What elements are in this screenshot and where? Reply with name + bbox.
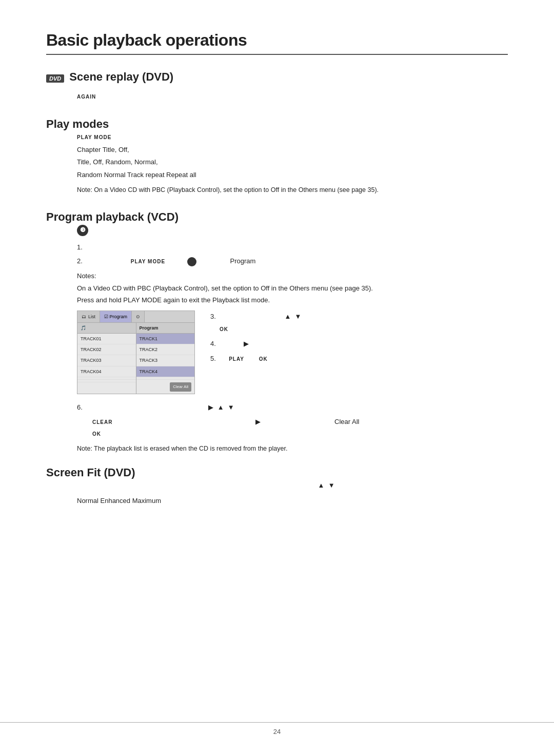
program-playback-title: Program playback (VCD) xyxy=(46,210,508,224)
step-2: 2. PLAY MODE Program xyxy=(77,255,508,267)
ok-key-6: OK xyxy=(92,431,101,437)
step-1: 1. xyxy=(77,241,508,253)
step-5: 5. PLAY OK xyxy=(210,353,508,365)
program-track-row: TRACK1 xyxy=(136,334,195,344)
play-modes-note: Note: On a Video CD with PBC (Playback C… xyxy=(77,185,508,195)
track-row: TRACK01 xyxy=(77,334,136,344)
notes-label: Notes: xyxy=(77,270,508,282)
track-row: TRACK03 xyxy=(77,355,136,366)
right-col: Program TRACK1 TRACK2 TRACK3 TRACK4 Clea… xyxy=(136,323,195,394)
title-divider xyxy=(46,54,508,55)
right-col-header: Program xyxy=(136,323,195,334)
step-3-num: 3. xyxy=(210,313,216,320)
play-modes-line3: Random Normal Track repeat Repeat all xyxy=(77,169,508,182)
step-6-detail: CLEAR ▶ Clear All xyxy=(92,416,508,428)
clear-all-button[interactable]: Clear All xyxy=(170,382,191,392)
step-6-block: 6. ▶ ▲ ▼ CLEAR xyxy=(77,401,508,439)
screen-fit-section: Screen Fit (DVD) ▲ ▼ Normal Enhan xyxy=(46,466,508,507)
again-key: AGAIN xyxy=(77,94,96,100)
dot-icon xyxy=(187,257,196,266)
play-mode-key-2: PLAY MODE xyxy=(131,259,165,264)
track-row: TRACK02 xyxy=(77,344,136,355)
program-track-row: TRACK2 xyxy=(136,344,195,355)
clear-all-text: Clear All xyxy=(334,418,359,425)
play-modes-body: PLAY MODE Chapter Title, Off, Title, Off… xyxy=(77,131,508,195)
program-playback-section: Program playback (VCD) ❸ 1. 2. PLAY MODE… xyxy=(46,210,508,454)
circle-3-icon: ❸ xyxy=(77,225,88,236)
track-row: TRACK04 xyxy=(77,366,136,377)
list-tab: 🗂 List xyxy=(77,311,100,322)
note-2: Press and hold PLAY MODE again to exit t… xyxy=(77,294,508,306)
program-body: ❸ 1. 2. PLAY MODE Program Notes: xyxy=(77,224,508,454)
screen-fit-desc: ▲ ▼ xyxy=(77,479,508,491)
program-tab: ☑ Program xyxy=(100,311,132,322)
play-modes-title: Play modes xyxy=(46,118,508,131)
page-title: Basic playback operations xyxy=(46,31,508,50)
select-program: Program xyxy=(230,257,255,265)
play-key: PLAY xyxy=(229,356,244,362)
page-footer: 24 xyxy=(0,722,554,735)
notes-block: Notes: On a Video CD with PBC (Playback … xyxy=(77,270,508,306)
play-modes-line2: Title, Off, Random, Normal, xyxy=(77,156,508,169)
note-bottom: Note: The playback list is erased when t… xyxy=(77,443,508,454)
track-row xyxy=(77,380,136,382)
step-4-num: 4. xyxy=(210,340,216,347)
dvd-badge: DVD xyxy=(46,74,64,83)
ok-key-3: OK xyxy=(220,326,228,332)
play-modes-section: Play modes PLAY MODE Chapter Title, Off,… xyxy=(46,118,508,195)
program-track-row: TRACK4 xyxy=(136,366,195,377)
screen-fit-body: ▲ ▼ Normal Enhanced Maximum xyxy=(77,479,508,507)
screen-fit-title: Screen Fit (DVD) xyxy=(46,466,508,479)
steps-right: 3. ▲ ▼ OK 4. ▶ 5. xyxy=(210,311,508,367)
step-6-num: 6. xyxy=(77,403,83,411)
step-6: 6. ▶ ▲ ▼ xyxy=(77,401,508,413)
play-modes-line1: Chapter Title, Off, xyxy=(77,144,508,157)
program-list-image: 🗂 List ☑ Program ⊙ 🎵 TRACK01 TRACK02 TRA… xyxy=(77,311,195,395)
play-mode-key: PLAY MODE xyxy=(77,134,111,140)
scene-replay-title: Scene replay (DVD) xyxy=(69,70,173,84)
program-area: 🗂 List ☑ Program ⊙ 🎵 TRACK01 TRACK02 TRA… xyxy=(77,311,508,395)
clear-key: CLEAR xyxy=(92,419,112,425)
left-col-header: 🎵 xyxy=(77,323,136,334)
program-track-row: TRACK3 xyxy=(136,355,195,366)
ok-key-5: OK xyxy=(259,356,268,362)
step-4: 4. ▶ xyxy=(210,338,508,351)
page-number: 24 xyxy=(273,728,281,735)
screen-fit-options: Normal Enhanced Maximum xyxy=(77,495,508,507)
scene-replay-body: AGAIN xyxy=(77,91,508,102)
step-3: 3. ▲ ▼ OK xyxy=(210,311,508,336)
clear-all-area: Clear All xyxy=(136,380,195,394)
step-6-ok: OK xyxy=(92,428,508,439)
note-1: On a Video CD with PBC (Playback Control… xyxy=(77,282,508,294)
left-col: 🎵 TRACK01 TRACK02 TRACK03 TRACK04 xyxy=(77,323,136,394)
step-5-num: 5. xyxy=(210,355,216,362)
settings-tab: ⊙ xyxy=(132,311,145,322)
scene-replay-section: DVD Scene replay (DVD) AGAIN xyxy=(46,70,508,102)
